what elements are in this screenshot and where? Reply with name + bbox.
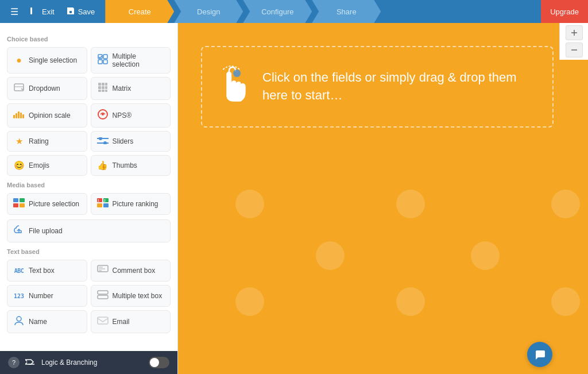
item-single-selection[interactable]: ● Single selection: [7, 47, 87, 74]
svg-rect-7: [98, 83, 101, 86]
svg-rect-41: [98, 291, 108, 294]
picture-selection-label: Picture selection: [29, 200, 79, 208]
svg-rect-42: [98, 295, 108, 299]
item-matrix[interactable]: Matrix: [91, 77, 171, 100]
hamburger-icon: ☰: [10, 6, 18, 17]
top-nav: ☰ Exit Save Create Design Configure Shar…: [0, 0, 588, 23]
svg-rect-10: [98, 86, 101, 89]
pipeline-step-configure[interactable]: Configure: [243, 0, 312, 23]
svg-rect-30: [20, 203, 25, 207]
svg-text:1: 1: [98, 199, 99, 202]
multiple-selection-label: Multiple selection: [113, 52, 165, 68]
chat-button[interactable]: [527, 342, 552, 367]
main-layout: Choice based ● Single selection Multiple…: [0, 23, 588, 374]
exit-icon: [30, 6, 39, 17]
item-opinion-scale[interactable]: Opinion scale: [7, 103, 87, 128]
drop-zone: Click on the fields or simply drag & dro…: [201, 46, 554, 128]
exit-button[interactable]: Exit: [24, 3, 60, 21]
sidebar-bottom: ? Logic & Branching: [0, 351, 177, 374]
comment-box-label: Comment box: [113, 267, 156, 275]
svg-rect-2: [103, 55, 107, 59]
emojis-label: Emojis: [29, 161, 49, 169]
zoom-in-button[interactable]: [566, 25, 583, 40]
item-picture-selection[interactable]: Picture selection: [7, 193, 87, 215]
item-emojis[interactable]: 😊 Emojis: [7, 155, 87, 176]
logic-toggle[interactable]: [149, 357, 169, 368]
matrix-icon: [97, 82, 109, 95]
picture-selection-icon: [13, 198, 25, 210]
item-multiple-selection[interactable]: Multiple selection: [91, 47, 171, 74]
multiple-text-box-label: Multiple text box: [113, 292, 163, 300]
choice-items-grid: ● Single selection Multiple selection Dr…: [7, 47, 171, 176]
drop-zone-text: Click on the fields or simply drag & dro…: [262, 69, 541, 105]
thumbs-label: Thumbs: [113, 161, 137, 169]
svg-point-24: [99, 137, 102, 140]
item-text-box[interactable]: ABC Text box: [7, 260, 87, 282]
logic-label: Logic & Branching: [41, 358, 143, 367]
opinion-scale-icon: [13, 110, 25, 121]
svg-text:2: 2: [104, 199, 106, 202]
help-button[interactable]: ?: [8, 357, 20, 368]
sliders-icon: [97, 136, 109, 146]
shuffle-icon: [25, 358, 36, 367]
item-picture-ranking[interactable]: 12 Picture ranking: [91, 193, 171, 215]
item-file-upload[interactable]: File upload: [7, 219, 171, 242]
name-label: Name: [29, 318, 47, 326]
text-box-icon: ABC: [13, 268, 25, 274]
sliders-label: Sliders: [113, 137, 134, 145]
section-label-choice: Choice based: [7, 36, 171, 43]
sidebar-scroll[interactable]: Choice based ● Single selection Multiple…: [0, 23, 177, 351]
item-thumbs[interactable]: 👍 Thumbs: [91, 155, 171, 176]
pipeline-step-create[interactable]: Create: [105, 0, 174, 23]
text-box-label: Text box: [29, 267, 55, 275]
media-single-items: File upload: [7, 219, 171, 242]
pipeline-step-design[interactable]: Design: [174, 0, 243, 23]
item-email[interactable]: Email: [91, 310, 171, 333]
svg-rect-14: [102, 90, 105, 92]
item-dropdown[interactable]: Dropdown: [7, 77, 87, 100]
pipeline-step-share[interactable]: Share: [312, 0, 381, 23]
svg-rect-34: [103, 203, 109, 207]
picture-ranking-label: Picture ranking: [113, 200, 158, 208]
svg-rect-17: [16, 113, 17, 118]
item-multiple-text-box[interactable]: Multiple text box: [91, 285, 171, 307]
number-icon: 123: [13, 293, 25, 299]
deco-circle-3: [551, 190, 580, 218]
emojis-icon: 😊: [13, 160, 25, 171]
nps-icon: [97, 109, 109, 122]
deco-circle-6: [551, 287, 580, 316]
nav-left: ☰ Exit Save: [0, 3, 105, 21]
svg-rect-9: [105, 83, 107, 86]
zoom-out-button[interactable]: [566, 43, 583, 57]
text-items-grid: ABC Text box Comment box 123 Number: [7, 260, 171, 333]
canvas-area[interactable]: Click on the fields or simply drag & dro…: [178, 23, 588, 374]
thumbs-icon: 👍: [97, 160, 109, 171]
hamburger-button[interactable]: ☰: [5, 3, 24, 21]
svg-rect-29: [13, 203, 18, 207]
item-comment-box[interactable]: Comment box: [91, 260, 171, 282]
single-selection-icon: ●: [13, 55, 25, 65]
svg-rect-19: [20, 113, 22, 118]
pipeline: Create Design Configure Share: [105, 0, 541, 23]
name-icon: [13, 315, 25, 328]
single-selection-label: Single selection: [29, 56, 77, 64]
item-nps[interactable]: NPS®: [91, 103, 171, 128]
svg-rect-0: [30, 7, 32, 14]
svg-point-22: [102, 113, 104, 115]
item-sliders[interactable]: Sliders: [91, 131, 171, 152]
multiple-selection-icon: [97, 54, 109, 67]
deco-circle-7: [316, 241, 345, 270]
item-name[interactable]: Name: [7, 310, 87, 333]
svg-rect-8: [102, 83, 105, 86]
email-icon: [97, 317, 109, 327]
item-number[interactable]: 123 Number: [7, 285, 87, 307]
hand-pointer-icon: [214, 64, 251, 109]
sidebar: Choice based ● Single selection Multiple…: [0, 23, 178, 374]
upgrade-button[interactable]: Upgrade: [541, 0, 588, 23]
item-rating[interactable]: ★ Rating: [7, 131, 87, 152]
svg-rect-28: [20, 198, 25, 202]
svg-rect-11: [102, 86, 105, 89]
exit-label: Exit: [42, 7, 55, 16]
save-label: Save: [78, 7, 95, 16]
save-button[interactable]: Save: [60, 3, 101, 21]
